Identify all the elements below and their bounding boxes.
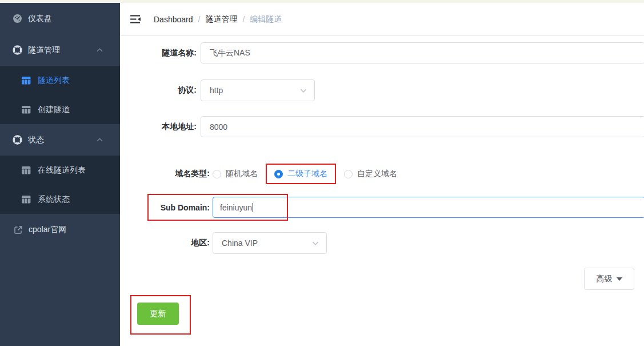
- breadcrumb-item-tunnel-management[interactable]: 隧道管理: [205, 14, 237, 25]
- advanced-button[interactable]: 高级: [584, 268, 634, 290]
- sidebar-item-label: 仪表盘: [28, 14, 52, 24]
- red-annotation-box: 二级子域名: [266, 164, 336, 184]
- form-row-domain-type: 域名类型: 随机域名 二级子域名: [120, 164, 644, 184]
- edit-tunnel-form: 隧道名称: 协议: http 本地地址:: [120, 36, 644, 346]
- sidebar-item-tunnel-list[interactable]: 隧道列表: [0, 66, 120, 95]
- protocol-select-value: http: [210, 86, 223, 95]
- radio-custom-domain[interactable]: 自定义域名: [344, 169, 397, 179]
- sidebar-item-status[interactable]: 状态: [0, 124, 120, 156]
- app-window: 仪表盘 隧道管理 隧道列表: [0, 0, 644, 346]
- chevron-up-icon: [97, 138, 103, 142]
- sidebar-item-label: 隧道管理: [28, 45, 60, 55]
- status-submenu: 在线隧道列表 系统状态: [0, 156, 120, 214]
- chevron-down-icon: [300, 89, 307, 93]
- update-button[interactable]: 更新: [137, 303, 179, 325]
- chevron-up-icon: [97, 48, 103, 52]
- radio-label: 随机域名: [226, 169, 258, 179]
- form-row-sub-domain: Sub Domain: feiniuyun: [120, 197, 644, 218]
- radio-subdomain[interactable]: 二级子域名: [274, 169, 327, 179]
- sidebar-item-label: 创建隧道: [38, 105, 70, 115]
- breadcrumb-separator: /: [242, 15, 245, 24]
- form-row-tunnel-name: 隧道名称:: [120, 42, 644, 63]
- life-ring-icon: [13, 45, 22, 55]
- sidebar-item-system-status[interactable]: 系统状态: [0, 185, 120, 214]
- advanced-button-label: 高级: [597, 274, 613, 284]
- text-cursor: [253, 203, 253, 212]
- grid-icon: [22, 196, 31, 204]
- main-panel: Dashboard / 隧道管理 / 编辑隧道 隧道名称: 协议: h: [120, 3, 644, 346]
- top-navbar: Dashboard / 隧道管理 / 编辑隧道: [120, 3, 644, 36]
- region-select[interactable]: China VIP: [213, 232, 327, 254]
- radio-label: 二级子域名: [287, 169, 327, 179]
- domain-type-radio-group: 随机域名 二级子域名 自定义域名: [213, 164, 397, 184]
- sidebar: 仪表盘 隧道管理 隧道列表: [0, 3, 120, 346]
- protocol-select[interactable]: http: [201, 79, 315, 101]
- sidebar-item-cpolar-website[interactable]: cpolar官网: [0, 214, 120, 245]
- breadcrumb-item-dashboard[interactable]: Dashboard: [154, 15, 193, 24]
- external-link-icon: [14, 225, 23, 234]
- tunnel-name-label: 隧道名称:: [120, 48, 197, 58]
- sidebar-item-label: 隧道列表: [38, 75, 70, 86]
- region-select-value: China VIP: [222, 238, 258, 248]
- chevron-down-icon: [312, 241, 319, 245]
- radio-circle-icon[interactable]: [213, 170, 221, 178]
- sidebar-item-tunnel-management[interactable]: 隧道管理: [0, 34, 120, 66]
- form-row-local-address: 本地地址:: [120, 116, 644, 137]
- grid-icon: [22, 106, 31, 114]
- advanced-row: 高级: [120, 268, 634, 290]
- radio-circle-checked-icon[interactable]: [274, 170, 283, 178]
- caret-down-icon: [617, 277, 622, 281]
- grid-icon: [22, 166, 31, 174]
- grid-icon: [22, 77, 31, 85]
- tunnel-management-submenu: 隧道列表 创建隧道: [0, 66, 120, 124]
- sidebar-item-online-tunnel-list[interactable]: 在线隧道列表: [0, 156, 120, 185]
- local-address-label: 本地地址:: [120, 122, 197, 132]
- local-address-input[interactable]: [201, 116, 644, 137]
- breadcrumb-item-edit-tunnel: 编辑隧道: [250, 14, 282, 25]
- red-annotation-box: 更新: [130, 295, 191, 335]
- radio-circle-icon[interactable]: [344, 170, 353, 178]
- radio-label: 自定义域名: [357, 169, 397, 179]
- sidebar-item-label: cpolar官网: [29, 225, 66, 235]
- sidebar-item-label: 在线隧道列表: [38, 165, 86, 176]
- breadcrumb: Dashboard / 隧道管理 / 编辑隧道: [154, 14, 282, 25]
- radio-random-domain[interactable]: 随机域名: [213, 169, 258, 179]
- sub-domain-value: feiniuyun: [220, 203, 252, 212]
- protocol-label: 协议:: [120, 85, 197, 96]
- sub-domain-input[interactable]: feiniuyun: [213, 197, 644, 218]
- region-label: 地区:: [120, 238, 210, 248]
- breadcrumb-separator: /: [198, 15, 201, 24]
- sidebar-item-dashboard[interactable]: 仪表盘: [0, 3, 120, 34]
- sidebar-item-create-tunnel[interactable]: 创建隧道: [0, 95, 120, 124]
- form-row-protocol: 协议: http: [120, 79, 644, 101]
- life-ring-icon: [13, 135, 22, 145]
- update-row: 更新: [120, 295, 644, 335]
- sidebar-item-label: 状态: [28, 135, 44, 145]
- sidebar-item-label: 系统状态: [38, 194, 70, 205]
- sub-domain-label: Sub Domain:: [120, 203, 210, 212]
- domain-type-label: 域名类型:: [120, 169, 210, 179]
- tunnel-name-input[interactable]: [201, 42, 644, 63]
- form-row-region: 地区: China VIP: [120, 232, 644, 254]
- dashboard-gauge-icon: [13, 14, 22, 23]
- sidebar-fold-icon[interactable]: [130, 15, 141, 23]
